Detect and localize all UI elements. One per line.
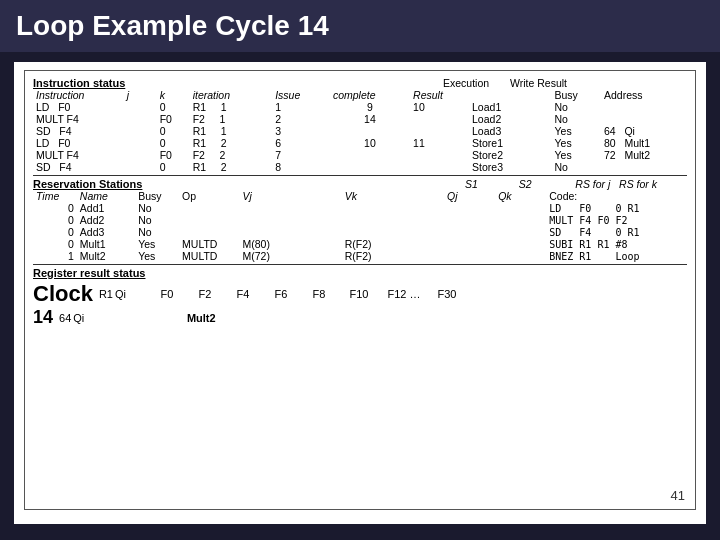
col-address: Address xyxy=(601,89,687,101)
reg-val-f10 xyxy=(296,312,338,324)
col-issue: Issue xyxy=(272,89,330,101)
reg-val-f12 xyxy=(338,312,386,324)
reg-result-label: Register result status xyxy=(33,267,145,279)
table-row: LD F0 0 R1 2 6 10 11 Store1 Yes 80 Mult1 xyxy=(33,137,687,149)
col-j: j xyxy=(124,89,157,101)
table-row: MULT F4 F0 F2 2 7 Store2 Yes 72 Mult2 xyxy=(33,149,687,161)
instruction-status-label: Instruction status xyxy=(33,77,125,89)
rs-label: Reservation Stations xyxy=(33,178,142,190)
rs-row: 0 Add2 No MULT F4 F0 F2 xyxy=(33,214,687,226)
exec-write-labels: Execution Write Result xyxy=(443,77,567,89)
rs-col-vk: Vk xyxy=(342,190,444,202)
reg-f6: F6 xyxy=(262,288,300,300)
table-row: LD F0 0 R1 1 1 9 10 Load1 No xyxy=(33,101,687,113)
rs-col-code: Code: xyxy=(546,190,687,202)
col-unit xyxy=(469,89,551,101)
reg-val-f30 xyxy=(386,312,424,324)
table-row: SD F4 0 R1 2 8 Store3 No xyxy=(33,161,687,173)
reg-f10: F10 xyxy=(338,288,380,300)
title-bar: Loop Example Cycle 14 xyxy=(0,0,720,52)
table-row: MULT F4 F0 F2 1 2 14 Load2 No xyxy=(33,113,687,125)
rs-col-qk: Qk xyxy=(495,190,546,202)
rs-col-op: Op xyxy=(179,190,239,202)
reg-val-f0 xyxy=(106,312,144,324)
r1-value: 64 xyxy=(59,312,71,324)
reg-f30: F30 xyxy=(428,288,466,300)
rs-col-time: Time xyxy=(33,190,77,202)
slide-title: Loop Example Cycle 14 xyxy=(16,10,329,42)
qi-label-small: Qi xyxy=(115,288,126,300)
col-instruction: Instruction xyxy=(33,89,124,101)
rs-row: 0 Add1 No LD F0 0 R1 xyxy=(33,202,687,214)
reg-f0: F0 xyxy=(148,288,186,300)
reg-val-f8 xyxy=(258,312,296,324)
rs-col-busy: Busy xyxy=(135,190,179,202)
reg-f12: F12 … xyxy=(380,288,428,300)
col-busy: Busy xyxy=(552,89,601,101)
col-k: k xyxy=(157,89,190,101)
reg-val-f6 xyxy=(220,312,258,324)
qi-value: Qi xyxy=(73,312,84,324)
col-exec: complete xyxy=(330,89,410,101)
reg-val-f4: Mult2 xyxy=(182,312,220,324)
clock-value: 14 xyxy=(33,307,53,328)
rs-row: 1 Mult2 Yes MULTD M(72) R(F2) BNEZ R1 Lo… xyxy=(33,250,687,262)
reg-f2: F2 xyxy=(186,288,224,300)
rs-col-name: Name xyxy=(77,190,135,202)
clock-label: Clock xyxy=(33,281,93,307)
table-row: SD F4 0 R1 1 3 Load3 Yes 64 Qi xyxy=(33,125,687,137)
col-write: Result xyxy=(410,89,469,101)
rs-col-headers: S1 S2 RS for j RS for k xyxy=(465,178,657,190)
rs-col-qj: Qj xyxy=(444,190,495,202)
col-iteration: iteration xyxy=(190,89,272,101)
slide-body: Instruction status Execution Write Resul… xyxy=(14,62,706,524)
rs-col-vj: Vj xyxy=(240,190,342,202)
rs-row: 0 Mult1 Yes MULTD M(80) R(F2) SUBI R1 R1… xyxy=(33,238,687,250)
reg-f4: F4 xyxy=(224,288,262,300)
rs-row: 0 Add3 No SD F4 0 R1 xyxy=(33,226,687,238)
r1-label: R1 xyxy=(99,288,113,300)
reg-f8: F8 xyxy=(300,288,338,300)
page-number: 41 xyxy=(671,488,685,503)
reg-val-f2 xyxy=(144,312,182,324)
